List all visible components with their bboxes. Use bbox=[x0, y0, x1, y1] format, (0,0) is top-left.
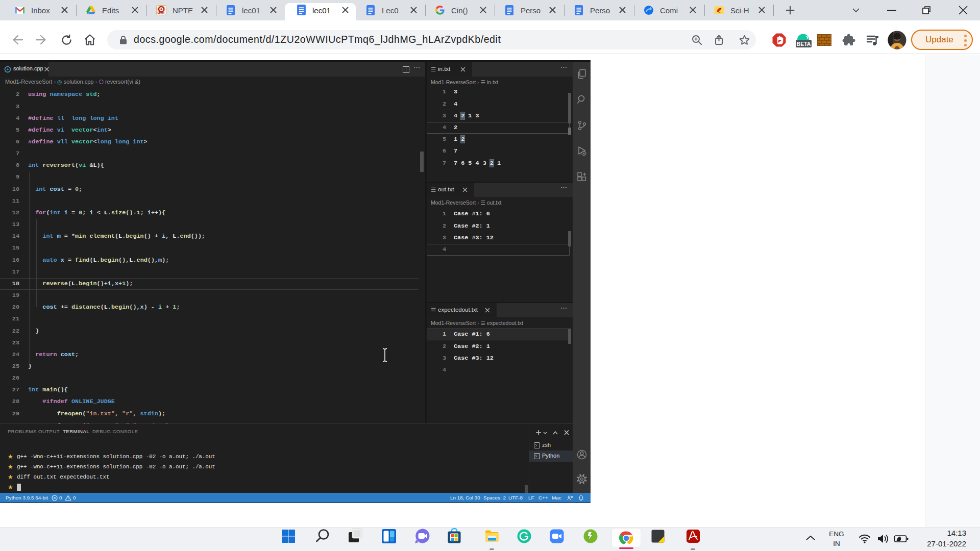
svg-text:NPTEL: NPTEL bbox=[157, 12, 165, 15]
svg-text:BETA: BETA bbox=[797, 41, 811, 47]
